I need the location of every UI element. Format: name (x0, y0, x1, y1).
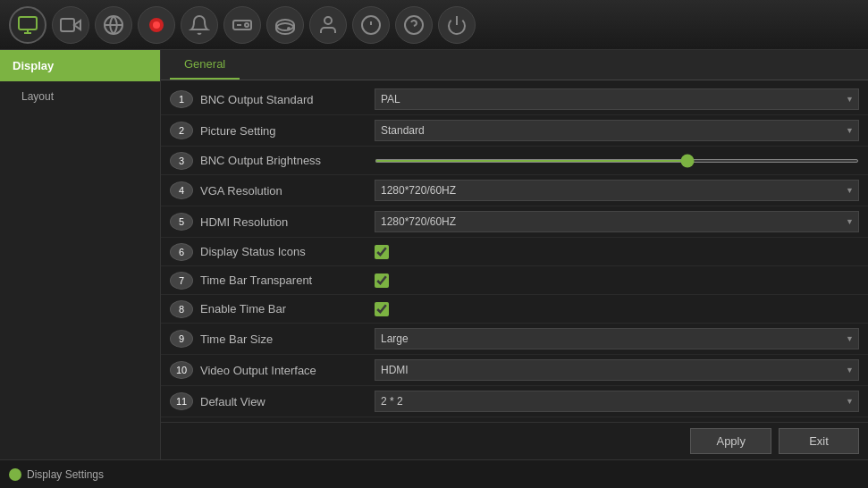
row-num-10: 10 (170, 361, 193, 379)
row-num-1: 1 (170, 90, 193, 108)
row-num-4: 4 (170, 181, 193, 199)
network-icon[interactable] (95, 6, 132, 44)
setting-row-display-status-icons: 6 Display Status Icons (161, 238, 868, 266)
row-num-8: 8 (170, 300, 193, 318)
label-timebar-transparent: Time Bar Transparent (200, 273, 375, 287)
label-hdmi-resolution: HDMI Resolution (200, 215, 375, 229)
checkbox-enable-timebar[interactable] (375, 302, 389, 316)
control-bnc-output-standard: PALNTSC (375, 88, 859, 110)
setting-row-timebar-transparent: 7 Time Bar Transparent (161, 266, 868, 295)
record-icon[interactable] (138, 6, 175, 44)
panel-tabs: General (161, 50, 868, 80)
label-default-view: Default View (200, 395, 375, 408)
control-vga-resolution: 1280*720/60HZ1920*1080/60HZ1024*768/60HZ (375, 180, 859, 201)
row-num-5: 5 (170, 213, 193, 231)
checkbox-timebar-transparent[interactable] (375, 273, 389, 288)
setting-row-bnc-brightness: 3 BNC Output Brightness (161, 147, 868, 175)
label-picture-setting: Picture Setting (200, 124, 375, 138)
dvr-icon[interactable] (223, 6, 261, 44)
control-bnc-brightness (375, 159, 859, 163)
control-hdmi-resolution: 1280*720/60HZ1920*1080/60HZ3840*2160/30H… (375, 211, 859, 232)
status-dot (9, 468, 21, 481)
dropdown-video-output[interactable]: HDMIVGABNC (375, 359, 859, 381)
svg-point-15 (288, 28, 290, 29)
main-content: Display Layout General 1 BNC Output Stan… (0, 50, 868, 459)
label-video-output: Video Output Interface (200, 364, 375, 377)
row-num-6: 6 (170, 243, 193, 261)
sidebar-item-layout[interactable]: Layout (0, 81, 160, 112)
camera-icon[interactable] (52, 6, 89, 44)
row-num-2: 2 (170, 122, 193, 139)
user-icon[interactable] (309, 6, 347, 44)
power-icon[interactable] (438, 6, 476, 44)
control-video-output: HDMIVGABNC (375, 359, 859, 381)
action-buttons: Apply Exit (161, 422, 868, 459)
control-enable-timebar (375, 302, 859, 316)
monitor-icon[interactable] (9, 6, 46, 44)
setting-row-picture-setting: 2 Picture Setting StandardSoftVividCusto… (161, 115, 868, 147)
row-num-7: 7 (170, 272, 193, 290)
dropdown-default-view[interactable]: 1 * 12 * 23 * 34 * 4 (375, 391, 859, 412)
setting-row-bnc-output-standard: 1 BNC Output Standard PALNTSC (161, 84, 868, 115)
row-num-11: 11 (170, 392, 193, 410)
control-timebar-size: LargeMediumSmall (375, 328, 859, 349)
svg-point-16 (324, 17, 332, 24)
alarm-icon[interactable] (181, 6, 218, 44)
label-enable-timebar: Enable Time Bar (200, 302, 375, 316)
label-bnc-output-standard: BNC Output Standard (200, 93, 375, 106)
settings-area[interactable]: 1 BNC Output Standard PALNTSC 2 Picture … (161, 80, 868, 422)
setting-row-hdmi-resolution: 5 HDMI Resolution 1280*720/60HZ1920*1080… (161, 206, 868, 238)
sidebar: Display Layout (0, 50, 161, 459)
apply-button[interactable]: Apply (690, 428, 771, 454)
setting-row-video-output: 10 Video Output Interface HDMIVGABNC (161, 355, 868, 386)
dropdown-picture-setting[interactable]: StandardSoftVividCustom (375, 120, 859, 141)
label-bnc-brightness: BNC Output Brightness (200, 154, 375, 167)
dropdown-timebar-size[interactable]: LargeMediumSmall (375, 328, 859, 349)
hdd-icon[interactable] (266, 6, 304, 44)
tab-general[interactable]: General (170, 50, 240, 80)
setting-row-timebar-size: 9 Time Bar Size LargeMediumSmall (161, 324, 868, 355)
setting-row-vga-resolution: 4 VGA Resolution 1280*720/60HZ1920*1080/… (161, 175, 868, 206)
control-display-status-icons (375, 245, 859, 259)
label-timebar-size: Time Bar Size (200, 332, 375, 346)
label-display-status-icons: Display Status Icons (200, 245, 375, 258)
dropdown-bnc-output-standard[interactable]: PALNTSC (375, 88, 859, 110)
exit-button[interactable]: Exit (779, 428, 859, 454)
dropdown-vga-resolution[interactable]: 1280*720/60HZ1920*1080/60HZ1024*768/60HZ (375, 180, 859, 201)
svg-rect-3 (61, 19, 74, 31)
label-vga-resolution: VGA Resolution (200, 184, 375, 198)
checkbox-display-status-icons[interactable] (375, 245, 389, 259)
row-num-3: 3 (170, 152, 193, 170)
control-timebar-transparent (375, 273, 859, 288)
row-num-9: 9 (170, 330, 193, 348)
setting-row-enable-timebar: 8 Enable Time Bar (161, 295, 868, 324)
svg-point-7 (153, 21, 160, 29)
info-icon[interactable] (352, 6, 390, 44)
svg-rect-0 (19, 17, 37, 29)
bottom-bar: Display Settings (0, 459, 868, 488)
control-default-view: 1 * 12 * 23 * 34 * 4 (375, 391, 859, 412)
svg-point-9 (245, 23, 249, 27)
status-label: Display Settings (27, 468, 104, 481)
slider-bnc-brightness[interactable] (375, 159, 859, 163)
help-icon[interactable] (395, 6, 433, 44)
control-picture-setting: StandardSoftVividCustom (375, 120, 859, 141)
dropdown-hdmi-resolution[interactable]: 1280*720/60HZ1920*1080/60HZ3840*2160/30H… (375, 211, 859, 232)
sidebar-item-display[interactable]: Display (0, 50, 160, 81)
right-panel: General 1 BNC Output Standard PALNTSC (161, 50, 868, 459)
toolbar (0, 0, 868, 50)
setting-row-default-view: 11 Default View 1 * 12 * 23 * 34 * 4 (161, 386, 868, 417)
